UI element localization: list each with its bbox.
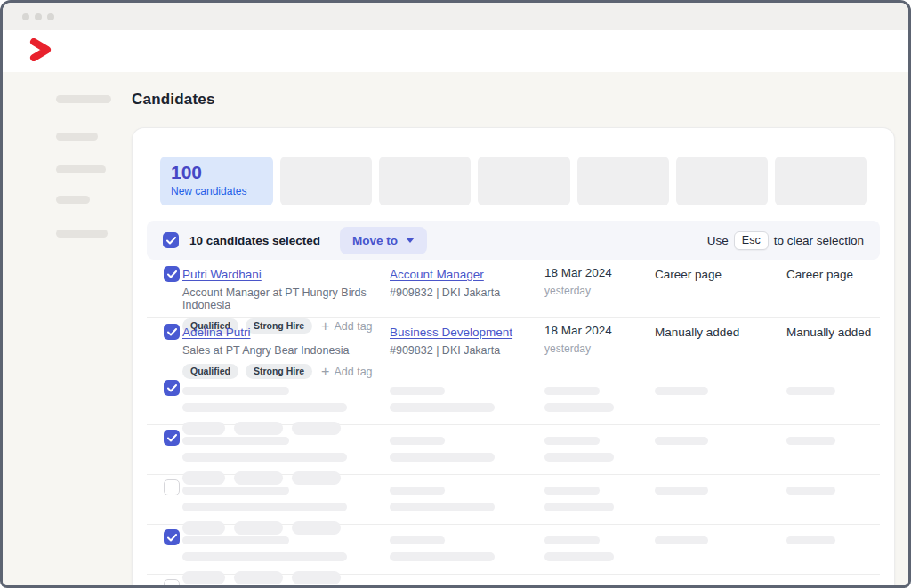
selection-bar: 10 candidates selected Move to Use Esc t… bbox=[147, 221, 880, 260]
esc-key-badge: Esc bbox=[734, 231, 769, 250]
tag-pill: Qualified bbox=[182, 364, 238, 379]
window-titlebar bbox=[3, 3, 908, 30]
skeleton-bar bbox=[182, 437, 289, 445]
brand-logo-icon[interactable] bbox=[29, 38, 56, 65]
stat-card-placeholder bbox=[775, 157, 867, 205]
skeleton-bar bbox=[182, 487, 289, 495]
candidate-row: Putri Wardhani Account Manager at PT Hun… bbox=[147, 260, 880, 318]
skeleton-bar bbox=[655, 536, 708, 544]
skeleton-bar bbox=[182, 536, 289, 544]
stat-card-new-candidates[interactable]: 100 New candidates bbox=[160, 157, 273, 205]
stat-card-placeholder bbox=[577, 157, 669, 205]
skeleton-bar bbox=[390, 487, 445, 495]
skeleton-bar bbox=[655, 387, 708, 395]
skeleton-bar bbox=[655, 437, 708, 445]
job-meta: #909832 | DKI Jakarta bbox=[390, 286, 544, 299]
skeleton-bar bbox=[544, 487, 600, 495]
skeleton-bar bbox=[390, 552, 495, 561]
stat-value: 100 bbox=[171, 161, 262, 184]
applied-date-relative: yesterday bbox=[544, 342, 655, 355]
skeleton-row bbox=[147, 375, 880, 425]
stat-card-placeholder bbox=[478, 157, 569, 205]
skeleton-bar bbox=[390, 503, 495, 511]
candidate-row: Adelina Putri Sales at PT Angry Bear Ind… bbox=[147, 318, 880, 375]
tag-pill: Strong Hire bbox=[246, 364, 312, 379]
stat-label: New candidates bbox=[171, 185, 262, 197]
move-to-label: Move to bbox=[352, 234, 398, 247]
applied-date: 18 Mar 2024 bbox=[544, 266, 655, 279]
sidebar-skeleton-item bbox=[56, 165, 106, 173]
job-meta: #909832 | DKI Jakarta bbox=[390, 344, 544, 357]
skeleton-bar bbox=[390, 403, 495, 412]
row-checkbox[interactable] bbox=[164, 266, 180, 282]
candidate-subtitle: Account Manager at PT Hungry Birds Indon… bbox=[182, 286, 390, 311]
page-title: Candidates bbox=[132, 91, 215, 109]
chevron-down-icon bbox=[406, 238, 415, 243]
skeleton-bar bbox=[182, 503, 347, 511]
job-title-link[interactable]: Business Development bbox=[390, 326, 512, 339]
sidebar-skeleton-item bbox=[56, 95, 111, 103]
skeleton-bar bbox=[786, 387, 835, 395]
job-title-link[interactable]: Account Manager bbox=[390, 268, 484, 281]
skeleton-bar bbox=[544, 503, 614, 511]
skeleton-bar bbox=[655, 487, 708, 495]
skeleton-bar bbox=[182, 453, 347, 462]
add-tag-button[interactable]: +Add tag bbox=[321, 366, 372, 378]
skeleton-bar bbox=[182, 552, 347, 561]
skeleton-bar bbox=[786, 536, 835, 544]
skeleton-bar bbox=[544, 387, 600, 395]
skeleton-bar bbox=[786, 487, 835, 495]
applied-date-relative: yesterday bbox=[544, 285, 655, 297]
skeleton-bar bbox=[544, 403, 614, 412]
skeleton-row bbox=[147, 525, 880, 575]
row-checkbox[interactable] bbox=[164, 430, 180, 446]
hint-text: to clear selection bbox=[774, 234, 864, 247]
sidebar-skeleton-item bbox=[56, 133, 98, 141]
skeleton-bar bbox=[544, 437, 600, 445]
skeleton-bar bbox=[390, 453, 495, 462]
candidate-subtitle: Sales at PT Angry Bear Indonesia bbox=[182, 344, 390, 357]
skeleton-row bbox=[147, 425, 880, 475]
app-header bbox=[3, 30, 908, 72]
skeleton-bar bbox=[544, 552, 614, 561]
skeleton-bar bbox=[390, 536, 445, 544]
stat-card-placeholder bbox=[379, 157, 471, 205]
window-control-dot[interactable] bbox=[22, 13, 29, 20]
selected-count-label: 10 candidates selected bbox=[189, 234, 320, 247]
candidates-card: 100 New candidates 10 candidates selecte… bbox=[132, 127, 895, 588]
stats-row: 100 New candidates bbox=[160, 157, 867, 205]
origin-label: Career page bbox=[786, 268, 853, 281]
plus-icon: + bbox=[321, 366, 329, 377]
source-label: Career page bbox=[655, 268, 722, 281]
applied-date: 18 Mar 2024 bbox=[544, 324, 655, 337]
candidate-name-link[interactable]: Putri Wardhani bbox=[182, 268, 262, 281]
sidebar-skeleton-item bbox=[56, 196, 90, 204]
window-control-dot[interactable] bbox=[35, 13, 42, 20]
row-checkbox[interactable] bbox=[164, 529, 180, 545]
skeleton-bar bbox=[390, 387, 445, 395]
select-all-checkbox[interactable] bbox=[163, 232, 179, 248]
skeleton-row bbox=[147, 475, 880, 525]
row-checkbox[interactable] bbox=[164, 579, 180, 588]
sidebar-skeleton-item bbox=[56, 230, 108, 238]
skeleton-bar bbox=[544, 536, 600, 544]
window-control-dot[interactable] bbox=[47, 13, 54, 20]
skeleton-bar bbox=[390, 437, 445, 445]
move-to-button[interactable]: Move to bbox=[340, 227, 427, 254]
row-checkbox[interactable] bbox=[164, 479, 180, 495]
skeleton-bar bbox=[786, 437, 835, 445]
source-label: Manually added bbox=[655, 326, 739, 339]
main-content: Candidates 100 New candidates 10 candida… bbox=[3, 72, 908, 585]
skeleton-bar bbox=[544, 453, 614, 462]
stat-card-placeholder bbox=[676, 157, 768, 205]
candidate-name-link[interactable]: Adelina Putri bbox=[182, 326, 251, 339]
stat-card-placeholder bbox=[280, 157, 372, 205]
row-checkbox[interactable] bbox=[164, 324, 180, 340]
origin-label: Manually added bbox=[786, 326, 871, 339]
row-checkbox[interactable] bbox=[164, 380, 180, 396]
candidates-table: Putri Wardhani Account Manager at PT Hun… bbox=[147, 260, 880, 588]
hint-text: Use bbox=[707, 234, 729, 247]
skeleton-bar bbox=[182, 387, 289, 395]
clear-selection-hint: Use Esc to clear selection bbox=[707, 231, 864, 250]
app-window: Candidates 100 New candidates 10 candida… bbox=[0, 0, 911, 588]
